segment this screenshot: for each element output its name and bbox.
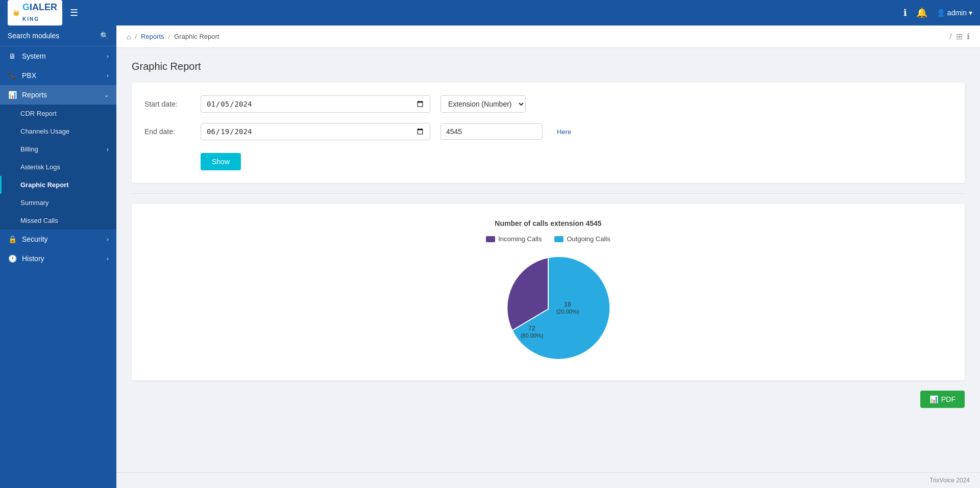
sidebar-item-system-left: 🖥 System [8, 52, 46, 60]
start-date-row: Start date: Extension (Number) Extension… [144, 95, 952, 113]
sidebar-item-cdr-report[interactable]: CDR Report [0, 105, 116, 122]
sidebar-item-security-label: Security [22, 235, 48, 243]
info-icon[interactable]: ℹ [903, 7, 907, 18]
page-title: Graphic Report [132, 61, 965, 72]
breadcrumb-actions: / ⊞ ℹ [950, 32, 970, 41]
sidebar-item-pbx-label: PBX [22, 71, 36, 80]
sidebar-item-graphic-report[interactable]: Graphic Report [0, 176, 116, 194]
top-header: 👑 GIALER KING ☰ ℹ 🔔 👤 admin ▾ [0, 0, 980, 25]
reports-chevron: ⌄ [104, 92, 109, 98]
search-icon[interactable]: 🔍 [100, 32, 109, 40]
reports-submenu: CDR Report Channels Usage Billing › Aste… [0, 105, 116, 229]
incoming-pct-text: (20.00%) [556, 309, 579, 315]
outgoing-pct-text: (80.00%) [521, 332, 544, 339]
legend-outgoing-color [554, 236, 564, 242]
legend-incoming-color [486, 236, 495, 242]
history-icon: 🕐 [8, 254, 17, 263]
chart-container: Number of calls extension 4545 Incoming … [132, 204, 965, 380]
sidebar-search-label: Search modules [8, 32, 96, 40]
sidebar-item-security[interactable]: 🔒 Security › [0, 229, 116, 249]
sidebar-item-reports-label: Reports [22, 91, 47, 99]
pbx-icon: 📞 [8, 71, 17, 80]
legend-outgoing: Outgoing Calls [554, 235, 610, 243]
reports-icon: 📊 [8, 91, 17, 99]
admin-text: admin [947, 9, 967, 17]
end-date-label: End date: [144, 127, 190, 136]
section-divider [132, 193, 965, 194]
sidebar-item-system-label: System [22, 52, 46, 60]
breadcrumb-print-icon[interactable]: / [950, 32, 952, 41]
pdf-label: PDF [941, 395, 955, 403]
breadcrumb-reports-link[interactable]: Reports [141, 33, 164, 40]
security-icon: 🔒 [8, 235, 17, 243]
show-button[interactable]: Show [201, 153, 241, 170]
extension-type-select[interactable]: Extension (Number) Extension (Name) DID … [440, 95, 526, 113]
end-date-row: End date: Here [144, 123, 952, 140]
sidebar-item-history[interactable]: 🕐 History › [0, 249, 116, 268]
breadcrumb-current: Graphic Report [174, 33, 219, 40]
sidebar-item-asterisk-logs[interactable]: Asterisk Logs [0, 158, 116, 176]
sidebar: Search modules 🔍 🖥 System › 📞 PBX › 📊 Re… [0, 25, 116, 488]
breadcrumb-info-icon[interactable]: ℹ [967, 32, 970, 41]
sidebar-item-channels-usage[interactable]: Channels Usage [0, 122, 116, 140]
header-left: 👑 GIALER KING ☰ [8, 0, 78, 25]
logo: 👑 GIALER KING [8, 0, 62, 25]
pie-chart-svg: 18 (20.00%) 72 (80.00%) [492, 253, 604, 365]
pdf-icon: 📊 [929, 395, 938, 403]
chart-legend: Incoming Calls Outgoing Calls [486, 235, 610, 243]
form-card: Start date: Extension (Number) Extension… [132, 83, 965, 183]
breadcrumb-home-icon[interactable]: ⌂ [127, 33, 131, 41]
start-date-input[interactable] [201, 95, 430, 113]
billing-label: Billing [20, 145, 38, 153]
breadcrumb-bar: ⌂ / Reports / Graphic Report / ⊞ ℹ [116, 25, 980, 48]
end-date-input[interactable] [201, 123, 430, 140]
pdf-btn-area: 📊 PDF [132, 391, 965, 408]
extension-value-input[interactable] [440, 123, 543, 140]
header-right: ℹ 🔔 👤 admin ▾ [903, 7, 972, 18]
sidebar-search-area[interactable]: Search modules 🔍 [0, 25, 116, 46]
sidebar-item-pbx[interactable]: 📞 PBX › [0, 66, 116, 85]
incoming-count-text: 18 [564, 301, 571, 308]
sidebar-item-reports[interactable]: 📊 Reports ⌄ [0, 85, 116, 105]
sidebar-item-history-left: 🕐 History [8, 254, 44, 263]
admin-chevron: ▾ [969, 9, 972, 17]
breadcrumb-sep1: / [135, 33, 137, 40]
legend-outgoing-label: Outgoing Calls [567, 235, 610, 243]
logo-text: GIALER KING [22, 2, 57, 23]
sidebar-item-security-left: 🔒 Security [8, 235, 48, 243]
hamburger-icon[interactable]: ☰ [70, 7, 78, 18]
billing-chevron: › [107, 145, 109, 153]
admin-menu[interactable]: 👤 admin ▾ [937, 9, 972, 17]
pie-chart-wrapper: 18 (20.00%) 72 (80.00%) [492, 253, 604, 365]
legend-incoming-label: Incoming Calls [498, 235, 542, 243]
layout: Search modules 🔍 🖥 System › 📞 PBX › 📊 Re… [0, 25, 980, 488]
legend-incoming: Incoming Calls [486, 235, 542, 243]
main-content: ⌂ / Reports / Graphic Report / ⊞ ℹ Graph… [116, 25, 980, 488]
breadcrumb-layout-icon[interactable]: ⊞ [956, 32, 963, 41]
breadcrumb-sep2: / [168, 33, 170, 40]
sidebar-item-history-label: History [22, 254, 44, 263]
bell-icon[interactable]: 🔔 [916, 7, 927, 18]
footer-text: TrixVoice 2024 [929, 477, 970, 484]
content-area: Graphic Report Start date: Extension (Nu… [116, 48, 980, 472]
sidebar-item-billing[interactable]: Billing › [0, 140, 116, 158]
show-row: Show [144, 150, 952, 170]
pdf-button[interactable]: 📊 PDF [920, 391, 965, 408]
start-date-label: Start date: [144, 100, 190, 108]
sidebar-item-system[interactable]: 🖥 System › [0, 46, 116, 66]
history-chevron: › [107, 255, 109, 262]
system-chevron: › [107, 53, 109, 59]
logo-crown: 👑 [13, 10, 20, 16]
sidebar-item-missed-calls[interactable]: Missed Calls [0, 212, 116, 229]
breadcrumb: ⌂ / Reports / Graphic Report [127, 33, 219, 41]
sidebar-item-pbx-left: 📞 PBX [8, 71, 36, 80]
pbx-chevron: › [107, 72, 109, 79]
sidebar-item-summary[interactable]: Summary [0, 194, 116, 212]
here-link[interactable]: Here [557, 128, 571, 136]
security-chevron: › [107, 236, 109, 242]
chart-title: Number of calls extension 4545 [495, 219, 601, 227]
footer: TrixVoice 2024 [116, 472, 980, 488]
user-icon: 👤 [937, 9, 945, 17]
sidebar-item-reports-left: 📊 Reports [8, 91, 47, 99]
outgoing-count-text: 72 [528, 325, 535, 332]
